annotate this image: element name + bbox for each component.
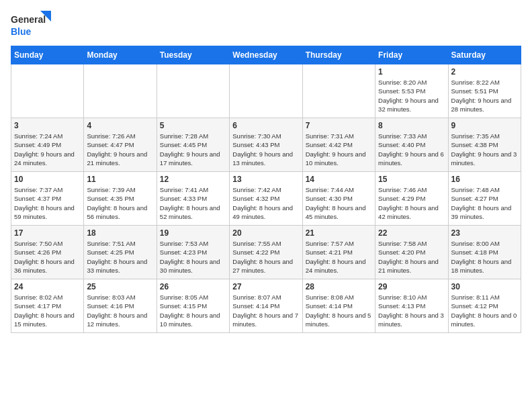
calendar-cell: 19Sunrise: 7:53 AM Sunset: 4:23 PM Dayli… (157, 226, 229, 279)
calendar-cell: 6Sunrise: 7:30 AM Sunset: 4:43 PM Daylig… (230, 118, 302, 172)
calendar-cell: 21Sunrise: 7:57 AM Sunset: 4:21 PM Dayli… (302, 226, 375, 279)
day-info: Sunrise: 7:31 AM Sunset: 4:42 PM Dayligh… (306, 132, 372, 167)
day-info: Sunrise: 7:48 AM Sunset: 4:27 PM Dayligh… (451, 185, 518, 221)
day-info: Sunrise: 8:20 AM Sunset: 5:53 PM Dayligh… (378, 78, 445, 113)
day-info: Sunrise: 7:30 AM Sunset: 4:43 PM Dayligh… (232, 132, 299, 167)
logo-icon: GeneralBlue (11, 11, 51, 38)
calendar-cell: 26Sunrise: 8:05 AM Sunset: 4:15 PM Dayli… (157, 279, 229, 333)
day-info: Sunrise: 7:53 AM Sunset: 4:23 PM Dayligh… (160, 239, 226, 275)
calendar-cell: 29Sunrise: 8:10 AM Sunset: 4:13 PM Dayli… (375, 279, 448, 333)
weekday-header: Thursday (302, 46, 375, 64)
day-number: 26 (160, 282, 226, 291)
day-number: 17 (14, 228, 81, 238)
day-info: Sunrise: 7:50 AM Sunset: 4:26 PM Dayligh… (14, 239, 81, 275)
day-number: 25 (87, 282, 153, 291)
weekday-header: Sunday (11, 46, 84, 64)
calendar-week-row: 24Sunrise: 8:02 AM Sunset: 4:17 PM Dayli… (11, 279, 521, 333)
calendar-cell: 15Sunrise: 7:46 AM Sunset: 4:29 PM Dayli… (375, 172, 448, 226)
weekday-header: Tuesday (157, 46, 229, 64)
day-info: Sunrise: 8:08 AM Sunset: 4:14 PM Dayligh… (306, 293, 372, 328)
calendar-cell (230, 64, 302, 118)
calendar-cell (157, 64, 229, 118)
day-number: 16 (451, 175, 518, 184)
svg-text:General: General (11, 14, 46, 25)
day-info: Sunrise: 7:37 AM Sunset: 4:37 PM Dayligh… (14, 185, 81, 221)
day-info: Sunrise: 7:55 AM Sunset: 4:22 PM Dayligh… (232, 239, 299, 275)
day-number: 12 (160, 175, 226, 184)
calendar-cell: 22Sunrise: 7:58 AM Sunset: 4:20 PM Dayli… (375, 226, 448, 279)
day-info: Sunrise: 7:58 AM Sunset: 4:20 PM Dayligh… (378, 239, 445, 275)
calendar-week-row: 3Sunrise: 7:24 AM Sunset: 4:49 PM Daylig… (11, 118, 521, 172)
day-number: 5 (160, 121, 226, 130)
calendar-cell: 13Sunrise: 7:42 AM Sunset: 4:32 PM Dayli… (230, 172, 302, 226)
weekday-header: Wednesday (230, 46, 302, 64)
day-number: 28 (306, 282, 372, 291)
calendar-cell: 2Sunrise: 8:22 AM Sunset: 5:51 PM Daylig… (448, 64, 521, 118)
day-number: 3 (14, 121, 81, 130)
calendar-cell (84, 64, 157, 118)
day-number: 2 (451, 67, 518, 77)
day-info: Sunrise: 8:00 AM Sunset: 4:18 PM Dayligh… (451, 239, 518, 275)
calendar-cell: 5Sunrise: 7:28 AM Sunset: 4:45 PM Daylig… (157, 118, 229, 172)
calendar-cell (302, 64, 375, 118)
day-info: Sunrise: 7:51 AM Sunset: 4:25 PM Dayligh… (87, 239, 153, 275)
day-number: 23 (451, 228, 518, 238)
calendar-cell: 18Sunrise: 7:51 AM Sunset: 4:25 PM Dayli… (84, 226, 157, 279)
day-info: Sunrise: 7:35 AM Sunset: 4:38 PM Dayligh… (451, 132, 518, 167)
day-number: 21 (306, 228, 372, 238)
day-info: Sunrise: 8:02 AM Sunset: 4:17 PM Dayligh… (14, 293, 81, 328)
calendar-week-row: 10Sunrise: 7:37 AM Sunset: 4:37 PM Dayli… (11, 172, 521, 226)
day-number: 15 (378, 175, 445, 184)
calendar-cell: 25Sunrise: 8:03 AM Sunset: 4:16 PM Dayli… (84, 279, 157, 333)
day-info: Sunrise: 7:57 AM Sunset: 4:21 PM Dayligh… (306, 239, 372, 275)
calendar-cell: 16Sunrise: 7:48 AM Sunset: 4:27 PM Dayli… (448, 172, 521, 226)
day-info: Sunrise: 8:10 AM Sunset: 4:13 PM Dayligh… (378, 293, 445, 328)
day-info: Sunrise: 8:03 AM Sunset: 4:16 PM Dayligh… (87, 293, 153, 328)
day-number: 8 (378, 121, 445, 130)
calendar-cell: 30Sunrise: 8:11 AM Sunset: 4:12 PM Dayli… (448, 279, 521, 333)
day-number: 19 (160, 228, 226, 238)
day-number: 7 (306, 121, 372, 130)
day-number: 9 (451, 121, 518, 130)
calendar-cell: 23Sunrise: 8:00 AM Sunset: 4:18 PM Dayli… (448, 226, 521, 279)
calendar-cell: 12Sunrise: 7:41 AM Sunset: 4:33 PM Dayli… (157, 172, 229, 226)
calendar-cell: 3Sunrise: 7:24 AM Sunset: 4:49 PM Daylig… (11, 118, 84, 172)
day-info: Sunrise: 8:22 AM Sunset: 5:51 PM Dayligh… (451, 78, 518, 113)
calendar-cell: 1Sunrise: 8:20 AM Sunset: 5:53 PM Daylig… (375, 64, 448, 118)
day-number: 24 (14, 282, 81, 291)
day-number: 13 (232, 175, 299, 184)
calendar-cell: 10Sunrise: 7:37 AM Sunset: 4:37 PM Dayli… (11, 172, 84, 226)
day-number: 6 (232, 121, 299, 130)
calendar-cell: 4Sunrise: 7:26 AM Sunset: 4:47 PM Daylig… (84, 118, 157, 172)
calendar-week-row: 17Sunrise: 7:50 AM Sunset: 4:26 PM Dayli… (11, 226, 521, 279)
day-number: 22 (378, 228, 445, 238)
day-info: Sunrise: 7:42 AM Sunset: 4:32 PM Dayligh… (232, 185, 299, 221)
calendar-cell: 8Sunrise: 7:33 AM Sunset: 4:40 PM Daylig… (375, 118, 448, 172)
day-info: Sunrise: 7:24 AM Sunset: 4:49 PM Dayligh… (14, 132, 81, 167)
day-info: Sunrise: 7:41 AM Sunset: 4:33 PM Dayligh… (160, 185, 226, 221)
day-number: 11 (87, 175, 153, 184)
weekday-header: Friday (375, 46, 448, 64)
day-number: 1 (378, 67, 445, 77)
day-info: Sunrise: 7:26 AM Sunset: 4:47 PM Dayligh… (87, 132, 153, 167)
day-number: 29 (378, 282, 445, 291)
day-info: Sunrise: 7:33 AM Sunset: 4:40 PM Dayligh… (378, 132, 445, 167)
calendar-cell: 27Sunrise: 8:07 AM Sunset: 4:14 PM Dayli… (230, 279, 302, 333)
day-number: 4 (87, 121, 153, 130)
calendar-table: SundayMondayTuesdayWednesdayThursdayFrid… (11, 46, 521, 333)
weekday-header-row: SundayMondayTuesdayWednesdayThursdayFrid… (11, 46, 521, 64)
day-info: Sunrise: 7:39 AM Sunset: 4:35 PM Dayligh… (87, 185, 153, 221)
day-number: 27 (232, 282, 299, 291)
header: GeneralBlue (11, 11, 521, 38)
calendar-cell (11, 64, 84, 118)
day-info: Sunrise: 8:05 AM Sunset: 4:15 PM Dayligh… (160, 293, 226, 328)
calendar-cell: 7Sunrise: 7:31 AM Sunset: 4:42 PM Daylig… (302, 118, 375, 172)
svg-text:Blue: Blue (11, 26, 32, 37)
logo: GeneralBlue (11, 11, 51, 38)
day-info: Sunrise: 7:44 AM Sunset: 4:30 PM Dayligh… (306, 185, 372, 221)
weekday-header: Monday (84, 46, 157, 64)
day-info: Sunrise: 7:28 AM Sunset: 4:45 PM Dayligh… (160, 132, 226, 167)
calendar-cell: 28Sunrise: 8:08 AM Sunset: 4:14 PM Dayli… (302, 279, 375, 333)
day-number: 30 (451, 282, 518, 291)
day-number: 10 (14, 175, 81, 184)
